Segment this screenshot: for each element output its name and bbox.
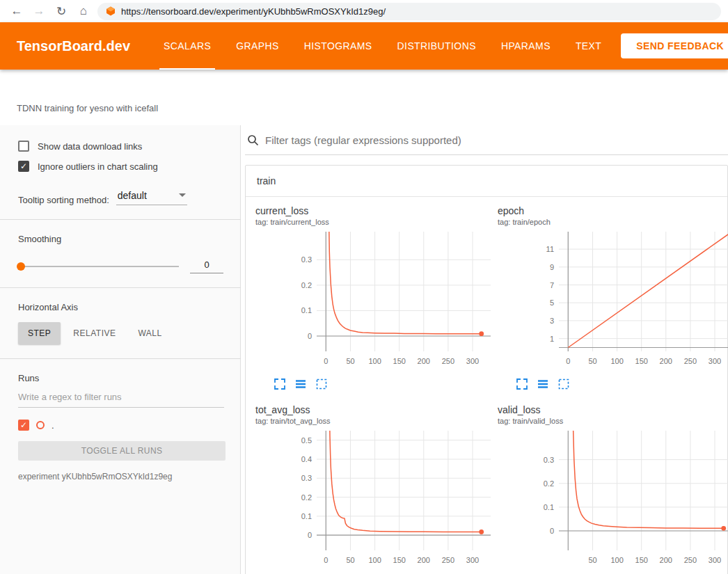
tooltip-sorting-value: default [118, 190, 147, 201]
svg-text:200: 200 [660, 357, 672, 365]
tensorboard-logo-icon [106, 6, 116, 16]
fit-domain-icon[interactable] [557, 378, 570, 390]
toggle-all-runs-button[interactable]: TOGGLE ALL RUNS [18, 441, 225, 461]
svg-text:300: 300 [466, 556, 479, 564]
svg-text:0: 0 [308, 332, 312, 340]
show-download-links-row: Show data download links [18, 141, 229, 152]
url-text: https://tensorboard.dev/experiment/yKUbh… [121, 6, 386, 17]
svg-text:0: 0 [550, 527, 554, 535]
svg-text:100: 100 [368, 556, 381, 564]
tab-histograms[interactable]: HISTOGRAMS [292, 22, 385, 70]
slider-thumb[interactable] [17, 262, 25, 271]
svg-text:11: 11 [546, 245, 554, 253]
svg-text:50: 50 [588, 556, 596, 564]
svg-text:250: 250 [442, 357, 454, 365]
line-chart-current-loss[interactable]: 05010015020025030000.10.20.3 [285, 228, 493, 374]
run-list-item[interactable]: ✓ . [18, 420, 229, 431]
svg-text:300: 300 [466, 357, 479, 365]
smoothing-value-field[interactable]: 0 [190, 260, 223, 273]
scalars-dashboard: train current_loss tag: train/current_lo… [241, 125, 728, 574]
tab-text[interactable]: TEXT [563, 22, 614, 70]
forward-icon[interactable]: → [28, 4, 50, 18]
run-group-title[interactable]: train [246, 166, 727, 197]
expand-icon[interactable] [516, 378, 528, 390]
home-icon[interactable]: ⌂ [72, 4, 95, 18]
divider [0, 358, 241, 359]
reload-icon[interactable]: ↻ [50, 4, 72, 19]
smoothing-control: 0 [18, 260, 229, 273]
svg-text:300: 300 [709, 357, 721, 365]
data-lines-icon[interactable] [294, 378, 307, 390]
svg-text:0.2: 0.2 [301, 281, 312, 289]
axis-step-button[interactable]: STEP [18, 322, 61, 344]
line-chart-valid-loss[interactable]: 5010015020025030000.10.20.3 [527, 426, 728, 573]
chart-card-valid-loss: valid_loss tag: train/valid_loss 5010015… [491, 400, 728, 574]
svg-text:150: 150 [393, 357, 406, 365]
browser-toolbar: ← → ↻ ⌂ https://tensorboard.dev/experime… [0, 0, 728, 22]
svg-text:50: 50 [346, 357, 354, 365]
svg-text:9: 9 [550, 263, 554, 271]
tab-distributions[interactable]: DISTRIBUTIONS [385, 22, 489, 70]
horizontal-axis-label: Horizontal Axis [18, 302, 229, 312]
chart-card-tot-avg-loss: tot_avg_loss tag: train/tot_avg_loss 050… [248, 400, 491, 574]
ignore-outliers-checkbox[interactable]: ✓ [18, 161, 29, 172]
run-color-swatch [36, 421, 45, 429]
svg-text:3: 3 [550, 317, 554, 325]
svg-text:50: 50 [346, 556, 354, 564]
tag-filter-input[interactable] [265, 134, 728, 146]
chart-card-current-loss: current_loss tag: train/current_loss 050… [248, 201, 491, 390]
run-checkbox[interactable]: ✓ [18, 420, 29, 431]
divider [0, 219, 241, 220]
svg-text:0.3: 0.3 [301, 474, 312, 482]
svg-text:0.1: 0.1 [301, 512, 312, 520]
send-feedback-button[interactable]: SEND FEEDBACK [621, 33, 728, 58]
tooltip-sorting-select[interactable]: default [116, 190, 187, 205]
svg-text:200: 200 [418, 357, 430, 365]
back-icon[interactable]: ← [6, 4, 28, 18]
svg-text:0.2: 0.2 [544, 479, 554, 488]
tag-filter-row [245, 129, 728, 155]
run-name: . [52, 420, 54, 431]
data-lines-icon[interactable] [537, 378, 549, 390]
line-chart-tot-avg-loss[interactable]: 05010015020025030000.10.20.30.40.5 [285, 426, 493, 573]
svg-text:0.2: 0.2 [301, 493, 312, 502]
axis-wall-button[interactable]: WALL [128, 322, 171, 344]
svg-text:0: 0 [308, 531, 312, 539]
svg-text:150: 150 [393, 556, 406, 564]
runs-label: Runs [18, 373, 229, 383]
svg-text:250: 250 [684, 556, 697, 564]
svg-text:250: 250 [684, 357, 697, 365]
svg-text:0.1: 0.1 [301, 306, 312, 314]
runs-filter-input[interactable] [18, 392, 224, 408]
fit-domain-icon[interactable] [315, 378, 328, 390]
svg-text:100: 100 [368, 357, 381, 365]
divider [0, 287, 241, 288]
svg-text:7: 7 [550, 281, 554, 289]
chevron-down-icon [179, 193, 186, 197]
svg-text:5: 5 [550, 298, 554, 307]
svg-text:100: 100 [610, 357, 623, 365]
svg-text:0: 0 [324, 357, 328, 365]
ignore-outliers-label: Ignore outliers in chart scaling [38, 161, 158, 172]
ignore-outliers-row: ✓ Ignore outliers in chart scaling [18, 161, 229, 172]
svg-text:0: 0 [566, 357, 570, 365]
chart-toolbar [274, 378, 491, 390]
line-chart-epoch[interactable]: 0501001502002503001357911 [527, 228, 728, 374]
address-bar[interactable]: https://tensorboard.dev/experiment/yKUbh… [97, 3, 721, 20]
app-logo: TensorBoard.dev [17, 38, 130, 54]
tab-scalars[interactable]: SCALARS [151, 22, 223, 70]
show-download-links-checkbox[interactable] [18, 141, 29, 152]
smoothing-label: Smoothing [18, 234, 229, 244]
svg-text:200: 200 [660, 556, 672, 564]
run-group-card: train current_loss tag: train/current_lo… [245, 165, 728, 574]
show-download-links-label: Show data download links [38, 141, 142, 152]
expand-icon[interactable] [274, 378, 286, 390]
tab-hparams[interactable]: HPARAMS [489, 22, 563, 70]
charts-grid: current_loss tag: train/current_loss 050… [246, 197, 727, 574]
tab-graphs[interactable]: GRAPHS [223, 22, 292, 70]
chart-title: tot_avg_loss [255, 404, 491, 415]
axis-relative-button[interactable]: RELATIVE [63, 322, 125, 344]
search-icon [247, 134, 259, 146]
smoothing-slider[interactable] [18, 266, 179, 267]
svg-text:0.3: 0.3 [301, 255, 312, 264]
